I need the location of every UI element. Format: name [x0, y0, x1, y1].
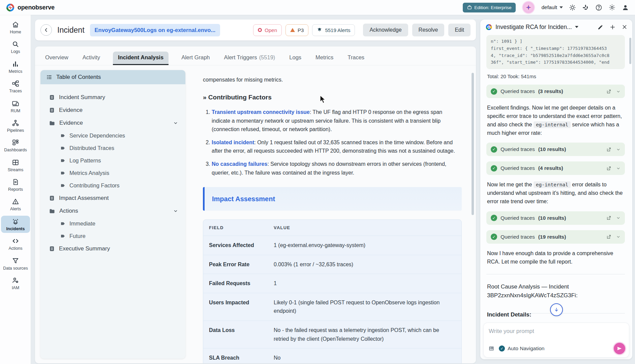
rum-devices-icon: [12, 100, 19, 107]
sidebar-item-data-sources[interactable]: Data sources: [1, 255, 30, 272]
toc-item-log-patterns[interactable]: Log Patterns: [46, 154, 181, 167]
tab-incident-analysis[interactable]: Incident Analysis: [113, 52, 169, 65]
bar-chart-icon: [12, 60, 19, 68]
chevron-down-icon[interactable]: [173, 121, 178, 125]
tab-metrics[interactable]: Metrics: [314, 52, 335, 65]
tag-icon: [61, 234, 65, 238]
sidebar-item-metrics[interactable]: Metrics: [1, 58, 30, 75]
sidebar-item-home[interactable]: Home: [1, 19, 30, 36]
contributing-factors-heading: » Contributing Factors: [203, 92, 462, 102]
chevron-down-icon: [616, 166, 621, 171]
sidebar-item-traces[interactable]: Traces: [1, 78, 30, 95]
inline-code: eg-internal: [534, 181, 571, 188]
edit-pencil-icon[interactable]: [598, 24, 603, 30]
list-icon: [46, 74, 52, 80]
success-check-icon: ✓: [491, 88, 497, 95]
settings-gear-icon[interactable]: [608, 4, 616, 11]
chevron-down-icon: [560, 6, 563, 8]
toc-item-metrics-analysis[interactable]: Metrics Analysis: [46, 167, 181, 179]
trace-flow-icon: [12, 80, 19, 87]
toc-item-executive-summary[interactable]: Executive Summary: [46, 242, 181, 255]
toc-item-immediate[interactable]: Immediate: [46, 217, 181, 230]
sidebar-item-dashboards[interactable]: Dashboards: [1, 137, 30, 154]
tab-overview[interactable]: Overview: [44, 52, 70, 65]
toc-item-future[interactable]: Future: [46, 230, 181, 242]
queried-traces-pill[interactable]: ✓ Queried traces (19 results): [486, 230, 625, 244]
incident-content-card: Overview Activity Incident Analysis Aler…: [35, 47, 476, 363]
rca-report-heading: Root Cause Analysis — Incident 3BP2zxnNx…: [487, 282, 624, 300]
back-button[interactable]: [40, 24, 52, 36]
sidebar-item-actions[interactable]: Actions: [1, 235, 30, 252]
toc-item-contributing-factors[interactable]: Contributing Factors: [46, 179, 181, 192]
alerts-count-badge[interactable]: 5519 Alerts: [312, 24, 355, 36]
toc-item-impact-assessment[interactable]: Impact Assessment: [46, 192, 181, 205]
chevron-down-icon: [616, 147, 621, 152]
sidebar-item-rum[interactable]: RUM: [1, 98, 30, 115]
attach-image-icon[interactable]: [488, 345, 494, 352]
user-account-icon[interactable]: [622, 4, 629, 11]
close-icon[interactable]: [622, 24, 627, 30]
briefcase-icon: [467, 5, 472, 10]
assistant-header: Investigate RCA for Inciden...: [480, 20, 632, 34]
incident-details-label: Incident Details:: [487, 311, 531, 318]
incident-name-pill[interactable]: EnvoyGateway500Logs on eg-external.envo.…: [90, 24, 220, 36]
tag-icon: [61, 184, 65, 187]
toc-item-distributed-traces[interactable]: Distributed Traces: [46, 142, 181, 154]
send-arrow-icon: [617, 346, 622, 351]
ai-sparkle-button[interactable]: [522, 1, 535, 14]
tab-alert-triggers[interactable]: Alert Triggers(5519): [223, 52, 277, 65]
sidebar-item-pipelines[interactable]: Pipelines: [1, 117, 30, 134]
toc-item-incident-summary[interactable]: Incident Summary: [46, 91, 181, 104]
chevron-down-icon[interactable]: [575, 26, 578, 28]
slack-icon[interactable]: [582, 4, 589, 11]
external-link-icon: [606, 166, 611, 171]
chevron-left-icon: [43, 27, 49, 33]
queried-traces-pill[interactable]: ✓ Queried traces (3 results): [486, 85, 625, 98]
prompt-input[interactable]: Write your prompt: [489, 328, 624, 335]
toc-item-service-dependencies[interactable]: Service Dependencies: [46, 129, 181, 142]
assistant-scrollbar[interactable]: [629, 38, 631, 64]
auto-navigation-toggle[interactable]: ✓ Auto Navigation: [499, 345, 544, 352]
sidebar-item-incidents[interactable]: Incidents: [1, 216, 30, 233]
chevron-down-icon[interactable]: [173, 209, 178, 213]
resolve-button[interactable]: Resolve: [412, 24, 445, 36]
sidebar-item-alerts[interactable]: Alerts: [1, 196, 30, 213]
tag-icon: [61, 134, 65, 138]
toc-item-actions[interactable]: Actions: [46, 205, 181, 217]
factor-item: Isolated incident: Only 1 request failed…: [212, 138, 462, 155]
toc-item-evidence[interactable]: Evidence: [46, 117, 181, 129]
tab-traces[interactable]: Traces: [346, 52, 366, 65]
analysis-document: compensates for missing metrics. » Contr…: [193, 65, 471, 363]
queried-traces-pill[interactable]: ✓ Queried traces (10 results): [486, 143, 625, 156]
tab-activity[interactable]: Activity: [81, 52, 101, 65]
divider: [486, 274, 625, 274]
sidebar-item-streams[interactable]: Streams: [1, 157, 30, 174]
theme-toggle-icon[interactable]: [569, 4, 576, 11]
scroll-to-bottom-button[interactable]: [550, 303, 563, 316]
priority-badge-p3[interactable]: P3: [285, 24, 308, 36]
toc-label: Evidence: [59, 107, 83, 114]
external-link-icon: [606, 215, 611, 220]
queried-traces-pill[interactable]: ✓ Queried traces (10 results): [486, 211, 625, 225]
brand[interactable]: openobserve: [6, 3, 55, 12]
edit-button[interactable]: Edit: [448, 24, 471, 36]
sidebar-item-reports[interactable]: Reports: [1, 176, 30, 193]
send-button[interactable]: [614, 343, 625, 354]
toc-item-timeline[interactable]: Evidence: [46, 104, 181, 117]
main-scrollbar[interactable]: [472, 73, 474, 215]
new-chat-plus-icon[interactable]: [610, 24, 615, 30]
acknowledge-button[interactable]: Acknowledge: [363, 24, 408, 36]
impact-assessment-section-header: Impact Assessment: [203, 187, 462, 211]
sidebar-item-logs[interactable]: Logs: [1, 38, 30, 56]
tab-logs[interactable]: Logs: [288, 52, 303, 65]
org-selector[interactable]: default: [541, 4, 563, 10]
help-icon[interactable]: [595, 4, 602, 11]
queried-traces-pill[interactable]: ✓ Queried traces (4 results): [486, 161, 625, 175]
success-check-icon: ✓: [491, 165, 497, 172]
tab-alert-graph[interactable]: Alert Graph: [180, 52, 211, 65]
openobserve-logo-icon: [6, 3, 14, 12]
assistant-thread-title[interactable]: Investigate RCA for Inciden...: [495, 24, 572, 31]
tag-icon: [61, 222, 65, 225]
sidebar-item-iam[interactable]: IAM: [1, 275, 30, 292]
status-badge-open[interactable]: Open: [253, 24, 282, 36]
